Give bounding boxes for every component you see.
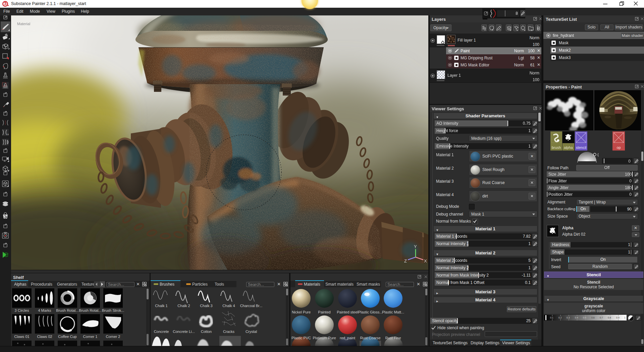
svg-text:0.9: 0.9	[616, 316, 620, 319]
svg-text:0.8: 0.8	[608, 316, 611, 319]
svg-text:0.5: 0.5	[583, 316, 586, 319]
svg-text:0.7: 0.7	[600, 316, 603, 319]
svg-text:Z: Z	[404, 258, 407, 263]
svg-text:X: X	[424, 258, 427, 263]
svg-text:0.2: 0.2	[558, 316, 562, 319]
svg-text:0.1: 0.1	[550, 316, 553, 319]
svg-text:Y: Y	[414, 244, 417, 249]
svg-text:0.3: 0.3	[567, 316, 570, 319]
svg-text:x: x	[7, 133, 9, 136]
svg-text:1: 1	[624, 316, 626, 319]
svg-text:Material: Material	[17, 22, 30, 26]
svg-text:0.6: 0.6	[591, 316, 595, 319]
svg-text:0.4: 0.4	[575, 316, 578, 319]
